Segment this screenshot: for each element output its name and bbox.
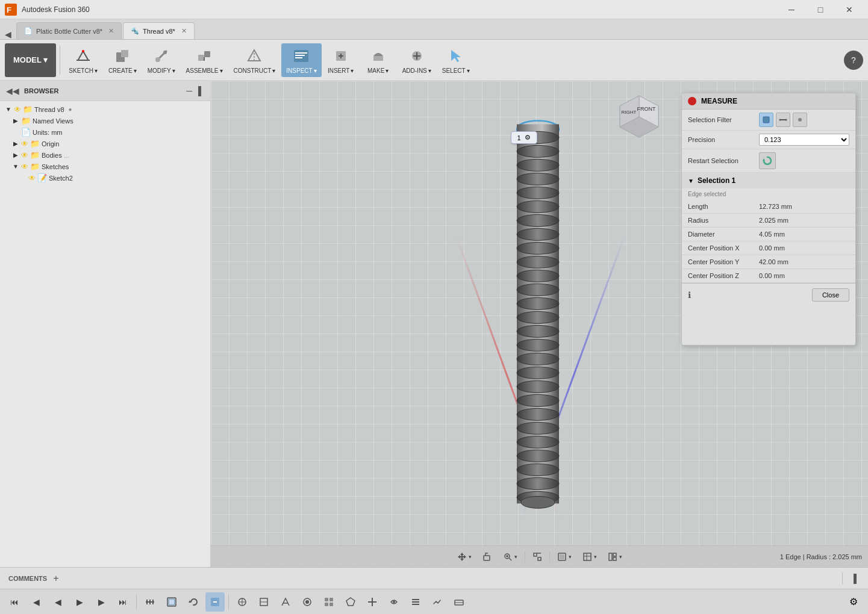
bottom-toolbar: ⏮ ◀ ◀ ▶ ▶ ⏭ — [0, 589, 868, 614]
diameter-value: 4.05 mm — [759, 231, 849, 238]
make-group[interactable]: MAKE ▾ — [360, 43, 396, 77]
timeline-btn[interactable] — [140, 592, 160, 612]
inspect-group[interactable]: INSPECT ▾ — [281, 43, 321, 77]
sketch-group[interactable]: SKETCH ▾ — [64, 43, 102, 77]
tab-back-btn[interactable]: ◀ — [5, 29, 11, 39]
tool7-btn[interactable] — [363, 592, 382, 612]
svg-point-9 — [163, 51, 167, 54]
view-btn[interactable] — [162, 592, 181, 612]
nav-prev-btn[interactable]: ◀ — [27, 592, 46, 612]
svg-rect-106 — [329, 603, 333, 606]
tree-eye-sketches[interactable]: 👁 — [21, 163, 28, 171]
edge-filter-btn[interactable] — [776, 113, 790, 127]
tool1-btn[interactable] — [233, 592, 252, 612]
tool4-btn[interactable] — [298, 592, 317, 612]
tree-item-thread-v8[interactable]: ▼ 👁 📁 Thread v8 ● — [0, 104, 210, 115]
tree-eye-bodies[interactable]: 👁 — [21, 151, 28, 160]
close-button-measure[interactable]: Close — [812, 288, 849, 302]
browser-nav-back[interactable]: ◀◀ — [6, 86, 19, 96]
layout-btn[interactable]: ▾ — [604, 548, 626, 565]
tree-item-bodies[interactable]: ▶ 👁 📁 Bodies ... — [7, 149, 210, 161]
tab-close-icon-2[interactable]: ✕ — [181, 27, 187, 35]
tree-item-units[interactable]: ▶ 📄 Units: mm — [7, 126, 210, 138]
browser-divider-btn[interactable]: ▌ — [198, 86, 204, 96]
modify-group[interactable]: MODIFY ▾ — [143, 43, 180, 77]
nav-step-back-btn[interactable]: ◀ — [48, 592, 67, 612]
tool8-btn[interactable] — [384, 592, 404, 612]
svg-rect-85 — [613, 557, 616, 560]
section1-label: Selection 1 — [698, 176, 735, 185]
face-filter-btn[interactable] — [759, 113, 773, 127]
info-icon[interactable]: ℹ — [688, 290, 691, 300]
add-comment-btn[interactable]: + — [53, 573, 58, 584]
zoom-btn[interactable]: ▾ — [499, 548, 521, 565]
display-mode-btn[interactable]: ▾ — [554, 548, 575, 565]
svg-point-40 — [517, 284, 559, 296]
vertex-filter-btn[interactable] — [793, 113, 807, 127]
browser-collapse-btn[interactable]: ─ — [186, 86, 192, 96]
tab-platic-bottle[interactable]: 📄 Platic Bottle Cutter v8* ✕ — [16, 22, 122, 39]
radius-value: 2.025 mm — [759, 217, 849, 224]
comments-collapse-btn[interactable]: ▌ — [854, 574, 860, 583]
tree-eye-icon[interactable]: 👁 — [14, 105, 21, 114]
fit-btn[interactable] — [529, 548, 546, 565]
tool6-btn[interactable] — [341, 592, 360, 612]
nav-step-fwd-btn[interactable]: ▶ — [92, 592, 111, 612]
create-group[interactable]: CREATE ▾ — [104, 43, 142, 77]
tree-label-named-views: Named Views — [33, 117, 73, 125]
add-ins-group[interactable]: ADD-INS ▾ — [398, 43, 436, 77]
viewport[interactable]: 1 ⚙ FRONT RIGHT ME — [211, 81, 868, 567]
undo-btn[interactable] — [184, 592, 203, 612]
tree-eye-origin[interactable]: 👁 — [21, 140, 28, 148]
tab-close-icon[interactable]: ✕ — [108, 27, 114, 35]
minimize-button[interactable]: ─ — [778, 0, 805, 19]
nav-first-btn[interactable]: ⏮ — [5, 592, 24, 612]
tree-label-origin: Origin — [42, 140, 59, 147]
help-btn[interactable]: ? — [844, 51, 863, 70]
svg-point-8 — [155, 57, 160, 62]
nav-play-btn[interactable]: ▶ — [70, 592, 89, 612]
pan-btn[interactable]: ▾ — [454, 548, 475, 565]
selection1-header[interactable]: ▼ Selection 1 — [682, 173, 855, 188]
doc-icon: 📄 — [21, 128, 31, 137]
svg-point-31 — [517, 159, 559, 171]
tree-arrow-sketches: ▼ — [12, 163, 19, 170]
tool11-btn[interactable] — [449, 592, 469, 612]
tree-item-sketch2[interactable]: ▶ 👁 📝 Sketch2 — [14, 172, 210, 184]
precision-row: Precision 0.123 0.12 0.1 1.23 — [682, 131, 855, 149]
tree-eye-sketch2[interactable]: 👁 — [28, 174, 36, 182]
precision-select[interactable]: 0.123 0.12 0.1 1.23 — [759, 134, 849, 146]
orbit-btn[interactable] — [479, 548, 496, 565]
tree-item-named-views[interactable]: ▶ 📁 Named Views — [7, 115, 210, 126]
tree-item-sketches[interactable]: ▼ 👁 📁 Sketches — [7, 161, 210, 172]
select-group[interactable]: SELECT ▾ — [437, 43, 475, 77]
maximize-button[interactable]: □ — [807, 0, 834, 19]
model-button[interactable]: MODEL ▾ — [5, 43, 56, 77]
inspect-label: INSPECT ▾ — [286, 67, 316, 74]
view-cube[interactable]: FRONT RIGHT — [615, 93, 663, 141]
svg-point-35 — [517, 214, 559, 226]
nav-last-btn[interactable]: ⏭ — [113, 592, 133, 612]
svg-rect-11 — [204, 51, 210, 57]
restart-btn[interactable] — [759, 152, 776, 169]
insert-group[interactable]: INSERT ▾ — [323, 43, 359, 77]
tool10-btn[interactable] — [428, 592, 447, 612]
assemble-group[interactable]: ASSEMBLE ▾ — [181, 43, 228, 77]
badge-settings-icon[interactable]: ⚙ — [525, 134, 531, 141]
measure-footer: ℹ Close — [682, 283, 855, 306]
thread-model[interactable] — [493, 111, 583, 520]
tab-thread-v8[interactable]: 🔩 Thread v8* ✕ — [123, 22, 195, 39]
tool2-btn[interactable] — [254, 592, 273, 612]
tree-item-origin[interactable]: ▶ 👁 📁 Origin — [7, 138, 210, 149]
grid-btn[interactable]: ▾ — [579, 548, 601, 565]
sketch-label: SKETCH ▾ — [69, 67, 98, 74]
svg-line-3 — [78, 51, 83, 60]
model-top-badge[interactable]: 1 ⚙ — [510, 131, 537, 144]
tool5-btn[interactable] — [319, 592, 339, 612]
settings-btn[interactable]: ⚙ — [844, 592, 863, 612]
tool9-btn[interactable] — [406, 592, 425, 612]
tool3-btn[interactable] — [276, 592, 295, 612]
extra-btn[interactable] — [205, 592, 225, 612]
close-button[interactable]: ✕ — [835, 0, 863, 19]
construct-group[interactable]: CONSTRUCT ▾ — [229, 43, 281, 77]
